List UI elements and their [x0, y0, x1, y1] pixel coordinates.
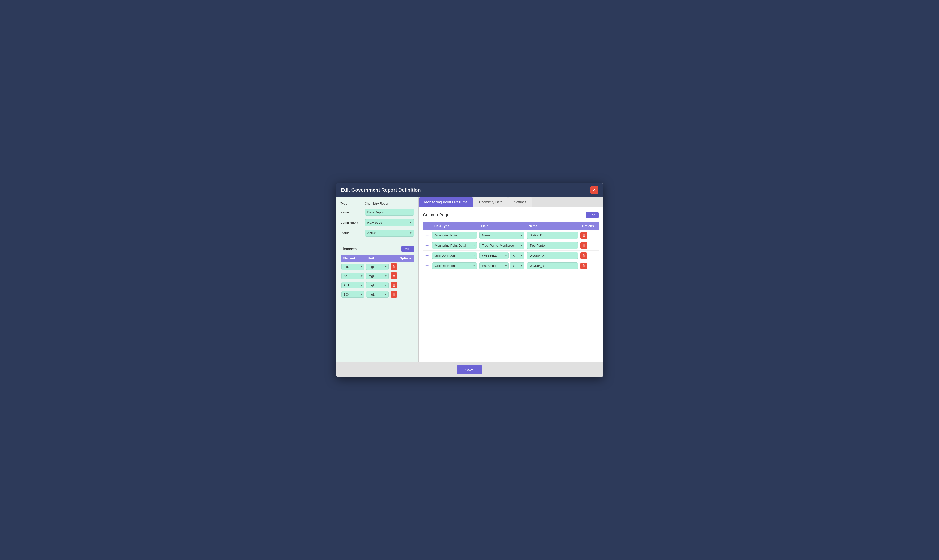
tab-monitoring-points-resume[interactable]: Monitoring Points Resume	[419, 197, 473, 207]
field-type-select-wrap-1: Monitoring PointMonitoring Point DetailG…	[432, 242, 477, 249]
element-delete-button-1[interactable]: 🗑	[391, 272, 397, 279]
field-select-wrap-1: Tipo_Punto_Monitoreo ▼	[479, 242, 525, 249]
save-button[interactable]: Save	[457, 365, 482, 374]
tab-chemistry-data[interactable]: Chemistry Data	[473, 197, 508, 207]
field-select-1[interactable]: Tipo_Punto_Monitoreo	[479, 242, 525, 249]
field-select-wrap-2: WGS84LL ▼	[479, 252, 509, 259]
unit-select-1[interactable]: mgL	[366, 273, 388, 279]
field-extra-select-wrap-3: XY ▼	[510, 262, 525, 269]
element-delete-button-0[interactable]: 🗑	[391, 263, 397, 270]
drag-handle-0[interactable]: ✛	[424, 233, 430, 237]
field-extra-select-2[interactable]: XY	[510, 252, 525, 259]
element-select-wrap-0: 24D ▼	[342, 263, 365, 270]
type-label: Type	[340, 202, 362, 205]
row-delete-button-0[interactable]: 🗑	[580, 232, 587, 239]
unit-select-wrap-1: mgL ▼	[366, 273, 388, 279]
field-type-select-wrap-0: Monitoring PointMonitoring Point DetailG…	[432, 232, 477, 239]
name-input-0[interactable]	[527, 232, 578, 239]
modal-footer: Save	[336, 362, 603, 377]
unit-select-2[interactable]: mgL	[366, 282, 388, 289]
main-table: Field Type Field Name Options ✛ Monitori…	[423, 222, 599, 271]
drag-handle-1[interactable]: ✛	[424, 243, 430, 248]
row-delete-button-2[interactable]: 🗑	[580, 252, 587, 259]
elements-add-button[interactable]: Add	[402, 246, 414, 252]
element-row: AgD ▼ mgL ▼ 🗑	[340, 271, 414, 280]
status-label: Status	[340, 231, 362, 235]
name-col-header: Name	[526, 222, 579, 230]
name-input-1[interactable]	[527, 242, 578, 249]
right-panel: Monitoring Points Resume Chemistry Data …	[419, 197, 603, 362]
field-select-wrap-3: WGS84LL ▼	[479, 262, 509, 269]
field-select-3[interactable]: WGS84LL	[479, 262, 509, 269]
element-select-2[interactable]: AgT	[342, 282, 365, 289]
field-col-header: Field	[478, 222, 526, 230]
field-extra-select-3[interactable]: XY	[510, 262, 525, 269]
column-page-title: Column Page	[423, 212, 449, 218]
unit-select-3[interactable]: mgL	[366, 291, 388, 298]
name-input-3[interactable]	[527, 262, 578, 269]
field-select-wrap-0: Name ▼	[479, 232, 525, 239]
modal-title: Edit Government Report Definition	[341, 187, 421, 193]
element-delete-button-3[interactable]: 🗑	[391, 291, 397, 298]
unit-select-0[interactable]: mgL	[366, 263, 388, 270]
field-type-select-wrap-2: Monitoring PointMonitoring Point DetailG…	[432, 252, 477, 259]
field-type-select-3[interactable]: Monitoring PointMonitoring Point DetailG…	[432, 262, 477, 269]
element-select-0[interactable]: 24D	[342, 263, 365, 270]
elements-section: Elements Add Element Unit Options	[340, 246, 414, 358]
name-input[interactable]	[365, 209, 414, 216]
unit-select-wrap-0: mgL ▼	[366, 263, 388, 270]
table-row: ✛ Monitoring PointMonitoring Point Detai…	[423, 240, 599, 251]
field-type-select-0[interactable]: Monitoring PointMonitoring Point DetailG…	[432, 232, 477, 239]
divider	[340, 241, 414, 241]
modal-header: Edit Government Report Definition ✕	[336, 183, 603, 197]
name-label: Name	[340, 210, 362, 214]
field-type-select-1[interactable]: Monitoring PointMonitoring Point DetailG…	[432, 242, 477, 249]
status-select-wrapper: Active Inactive ▼	[365, 229, 414, 237]
element-select-wrap-1: AgD ▼	[342, 273, 365, 279]
commitment-select[interactable]: RCA-5569	[365, 219, 414, 226]
field-type-select-2[interactable]: Monitoring PointMonitoring Point DetailG…	[432, 252, 477, 259]
main-table-header-row: Field Type Field Name Options	[423, 222, 599, 230]
elements-title: Elements	[340, 247, 357, 251]
commitment-select-wrapper: RCA-5569 ▼	[365, 219, 414, 226]
field-type-col-header: Field Type	[431, 222, 478, 230]
elements-header: Elements Add	[340, 246, 414, 252]
field-type-select-wrap-3: Monitoring PointMonitoring Point DetailG…	[432, 262, 477, 269]
options-col-header: Options	[579, 222, 599, 230]
elements-col-element: Element	[340, 254, 365, 262]
commitment-row: Commitment RCA-5569 ▼	[340, 219, 414, 226]
table-row: ✛ Monitoring PointMonitoring Point Detai…	[423, 251, 599, 261]
element-delete-button-2[interactable]: 🗑	[391, 282, 397, 289]
table-row: ✛ Monitoring PointMonitoring Point Detai…	[423, 230, 599, 240]
drag-col-header	[423, 222, 431, 230]
modal: Edit Government Report Definition ✕ Type…	[336, 183, 603, 377]
left-panel: Type Chemistry Report Name Commitment RC…	[336, 197, 419, 362]
name-input-2[interactable]	[527, 252, 578, 259]
name-row: Name	[340, 209, 414, 216]
element-row: AgT ▼ mgL ▼ 🗑	[340, 280, 414, 290]
row-delete-button-3[interactable]: 🗑	[580, 263, 587, 269]
type-row: Type Chemistry Report	[340, 202, 414, 205]
drag-handle-3[interactable]: ✛	[424, 264, 430, 268]
status-select[interactable]: Active Inactive	[365, 229, 414, 237]
field-select-0[interactable]: Name	[479, 232, 525, 239]
field-extra-select-wrap-2: XY ▼	[510, 252, 525, 259]
close-button[interactable]: ✕	[591, 186, 598, 194]
status-row: Status Active Inactive ▼	[340, 229, 414, 237]
field-select-2[interactable]: WGS84LL	[479, 252, 509, 259]
right-content: Column Page Add Field Type Field Name Op…	[419, 208, 603, 362]
unit-select-wrap-3: mgL ▼	[366, 291, 388, 298]
elements-table: Element Unit Options 24D ▼	[340, 254, 414, 299]
element-select-3[interactable]: SO4	[342, 291, 365, 298]
element-row: SO4 ▼ mgL ▼ 🗑	[340, 290, 414, 299]
tab-settings[interactable]: Settings	[508, 197, 532, 207]
drag-handle-2[interactable]: ✛	[424, 254, 430, 258]
column-add-button[interactable]: Add	[586, 212, 599, 218]
table-row: ✛ Monitoring PointMonitoring Point Detai…	[423, 261, 599, 271]
unit-select-wrap-2: mgL ▼	[366, 282, 388, 289]
element-select-wrap-2: AgT ▼	[342, 282, 365, 289]
element-select-wrap-3: SO4 ▼	[342, 291, 365, 298]
row-delete-button-1[interactable]: 🗑	[580, 242, 587, 249]
element-select-1[interactable]: AgD	[342, 273, 365, 279]
element-row: 24D ▼ mgL ▼ 🗑	[340, 262, 414, 271]
